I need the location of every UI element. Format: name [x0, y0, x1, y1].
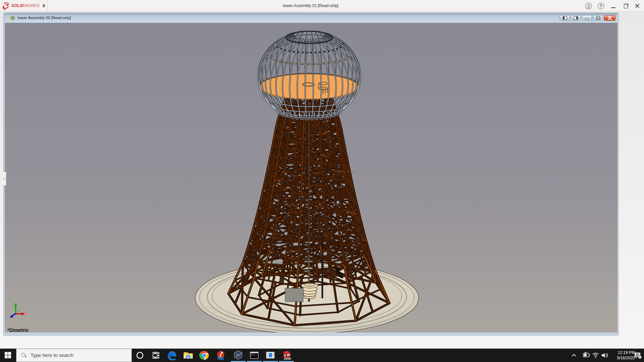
svg-text:C:\_: C:\_ [251, 354, 256, 356]
svg-text:*Dimetric: *Dimetric [7, 327, 29, 333]
svg-text:1: 1 [639, 356, 641, 359]
svg-text:2020: 2020 [284, 357, 291, 360]
